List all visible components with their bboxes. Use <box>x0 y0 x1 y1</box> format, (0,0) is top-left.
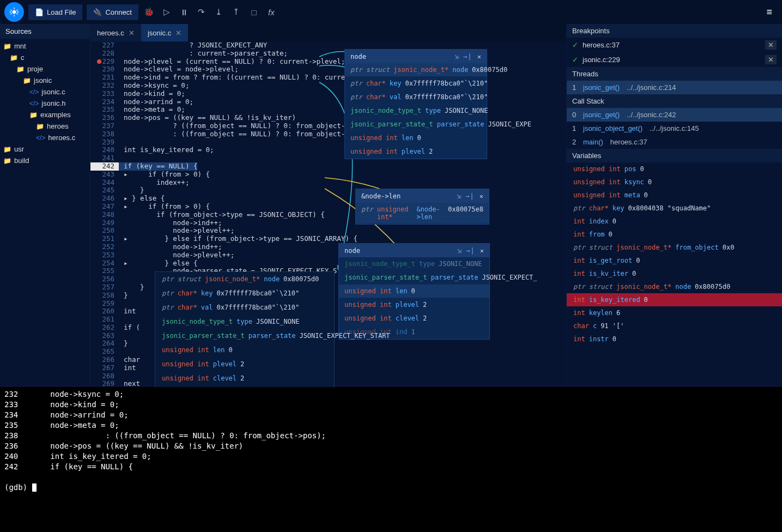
code-line[interactable]: 238 : ((from_object == NULL) ? 0: from_o… <box>90 130 566 138</box>
goto-icon[interactable]: →| <box>465 192 474 200</box>
callstack-item[interactable]: 1jsonic_object_get()../../jsonic.c:145 <box>567 122 782 135</box>
code-line[interactable]: 242if (key == NULL) { <box>90 162 566 171</box>
code-line[interactable]: 231node->ind = from ? from: ((current ==… <box>90 74 566 82</box>
folder-item[interactable]: 📁heroes <box>0 120 90 132</box>
line-number[interactable]: 230 <box>90 65 119 74</box>
watch-row[interactable]: ptrunsigned int*&node->len0x80075e8 <box>356 203 489 224</box>
debug-icon[interactable]: 🐞 <box>143 5 156 19</box>
variable-row[interactable]: unsigned intmeta0 <box>567 189 782 202</box>
line-number[interactable]: 261 <box>90 316 119 324</box>
goto-icon[interactable]: →| <box>466 246 475 255</box>
code-line[interactable]: 240int is_key_itered = 0; <box>90 146 566 154</box>
code-line[interactable]: 249 node->ind++; <box>90 219 566 227</box>
line-number[interactable]: 231 <box>90 74 119 82</box>
watch-row[interactable]: unsigned intlen0 <box>339 285 489 298</box>
code-line[interactable]: 247▸ if (from > 0) { <box>90 203 566 211</box>
line-number[interactable]: 227 <box>90 41 119 50</box>
variable-row[interactable]: ptrstructjsonic_node_t*node0x80075d0 <box>567 280 782 293</box>
check-icon[interactable]: ✓ <box>572 41 578 49</box>
close-icon[interactable]: ✕ <box>477 53 481 61</box>
line-number[interactable]: 229 <box>90 58 119 66</box>
line-number[interactable]: 246 <box>90 195 119 203</box>
line-number[interactable]: 262 <box>90 324 119 332</box>
callstack-item[interactable]: 2main()heroes.c:37 <box>567 135 782 149</box>
goto-icon[interactable]: →| <box>463 52 472 61</box>
code-line[interactable]: 244 index++; <box>90 179 566 187</box>
popout-icon[interactable]: ⇲ <box>457 246 462 255</box>
connect-button[interactable]: 🔌 Connect <box>87 4 138 20</box>
code-line[interactable]: 245 } <box>90 186 566 195</box>
line-number[interactable]: 250 <box>90 227 119 235</box>
delete-icon[interactable]: ✕ <box>765 40 777 50</box>
line-number[interactable]: 228 <box>90 50 119 58</box>
line-number[interactable]: 243 <box>90 171 119 179</box>
code-line[interactable]: 228 : current->parser_state; <box>90 50 566 58</box>
continue-icon[interactable]: ▷ <box>160 5 173 19</box>
line-number[interactable]: 249 <box>90 219 119 227</box>
popout-icon[interactable]: ⇲ <box>457 192 461 200</box>
variable-row[interactable]: intis_key_itered0 <box>567 293 782 306</box>
line-number[interactable]: 257 <box>90 283 119 292</box>
file-item[interactable]: </>jsonic.h <box>0 98 90 109</box>
watch-row[interactable]: unsigned intplevel2 <box>345 145 487 159</box>
variable-row[interactable]: intkeylen6 <box>567 306 782 319</box>
code-line[interactable]: 251▸ } else if (from_object->type == JSO… <box>90 235 566 243</box>
code-line[interactable]: 246▸ } else { <box>90 195 566 203</box>
watch-row[interactable]: jsonic_node_type_ttypeJSONIC_NONE <box>345 104 487 118</box>
watch-row[interactable]: jsonic_parser_state_tparser_stateJSONIC_… <box>339 271 489 285</box>
line-number[interactable]: 260 <box>90 307 119 316</box>
watch-row[interactable]: ptrstructjsonic_node_t*node0x80075d0 <box>155 272 334 286</box>
line-number[interactable]: 252 <box>90 243 119 251</box>
folder-item[interactable]: 📁proje <box>0 63 90 75</box>
line-number[interactable]: 265 <box>90 348 119 356</box>
variable-row[interactable]: intinstr0 <box>567 332 782 346</box>
code-line[interactable]: 250 node->plevel++; <box>90 227 566 235</box>
watch-row[interactable]: unsigned intlen0 <box>155 343 334 357</box>
fx-icon[interactable]: fx <box>265 5 278 19</box>
line-number[interactable]: 253 <box>90 251 119 259</box>
variable-row[interactable]: unsigned intksync0 <box>567 176 782 189</box>
watch-panel-node-2[interactable]: node ⇲ →| ✕ jsonic_node_type_ttypeJSONIC… <box>338 243 490 340</box>
folder-item[interactable]: 📁c <box>0 52 90 63</box>
code-line[interactable]: 253 node->plevel++; <box>90 251 566 259</box>
line-number[interactable]: 241 <box>90 154 119 162</box>
close-icon[interactable]: ✕ <box>480 192 483 200</box>
line-number[interactable]: 247 <box>90 203 119 211</box>
breakpoint-marker[interactable] <box>97 59 101 64</box>
line-number[interactable]: 255 <box>90 267 119 275</box>
watch-row[interactable]: ptrchar*key0x7fffff78bca0"`\210" <box>345 77 487 90</box>
line-number[interactable]: 242 <box>90 162 119 171</box>
watch-panel-node-1[interactable]: node ⇲ →| ✕ ptrstructjsonic_node_t*node0… <box>344 49 487 159</box>
file-item[interactable]: </>jsonic.c <box>0 86 90 98</box>
watch-row[interactable]: ptrchar*key0x7fffff78bca0"`\210" <box>155 286 334 300</box>
watch-row[interactable]: jsonic_node_type_ttypeJSONIC_NONE <box>339 257 489 271</box>
editor-tab[interactable]: heroes.c✕ <box>90 24 141 41</box>
callstack-item[interactable]: 0jsonic_get()../../jsonic.c:242 <box>567 108 782 122</box>
folder-item[interactable]: 📁mnt <box>0 40 90 52</box>
watch-row[interactable]: jsonic_parser_state_tparser_stateJSONIC_… <box>155 329 334 343</box>
line-number[interactable]: 240 <box>90 146 119 154</box>
line-number[interactable]: 239 <box>90 138 119 147</box>
variable-row[interactable]: intfrom0 <box>567 228 782 241</box>
folder-item[interactable]: 📁jsonic <box>0 75 90 86</box>
editor-tab[interactable]: jsonic.c✕ <box>141 24 188 41</box>
check-icon[interactable]: ✓ <box>572 56 578 64</box>
line-number[interactable]: 238 <box>90 130 119 138</box>
line-number[interactable]: 251 <box>90 235 119 243</box>
close-icon[interactable]: ✕ <box>129 29 135 37</box>
folder-item[interactable]: 📁usr <box>0 143 90 155</box>
watch-row[interactable]: jsonic_parser_state_tparser_stateJSONIC_… <box>345 118 487 131</box>
line-number[interactable]: 268 <box>90 372 119 380</box>
line-number[interactable]: 254 <box>90 259 119 268</box>
watch-row[interactable]: ptrchar*val0x7fffff78bca0"`\210" <box>155 300 334 315</box>
popout-icon[interactable]: ⇲ <box>454 52 459 61</box>
load-file-button[interactable]: 📄 Load File <box>28 4 82 20</box>
watch-row[interactable]: unsigned intlen0 <box>345 131 487 145</box>
code-line[interactable]: 234node->arrind = 0; <box>90 98 566 106</box>
line-number[interactable]: 234 <box>90 98 119 106</box>
menu-icon[interactable]: ≡ <box>761 7 778 18</box>
code-area[interactable]: 227 ? JSONIC_EXPECT_ANY228 : current->pa… <box>90 41 566 387</box>
variable-row[interactable]: intis_kv_iter0 <box>567 267 782 280</box>
folder-item[interactable]: 📁examples <box>0 109 90 120</box>
line-number[interactable]: 259 <box>90 300 119 308</box>
